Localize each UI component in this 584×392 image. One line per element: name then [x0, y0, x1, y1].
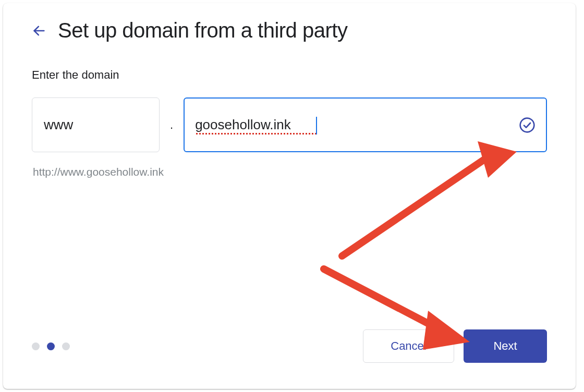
svg-line-5	[324, 269, 439, 329]
spellcheck-underline	[196, 133, 316, 134]
dialog-header: Set up domain from a third party	[32, 19, 547, 42]
progress-dot-2	[47, 342, 55, 350]
dot-separator: .	[170, 118, 173, 132]
dialog-footer: Cancel Next	[32, 329, 547, 363]
subdomain-input[interactable]	[32, 97, 160, 152]
progress-dot-3	[62, 342, 70, 350]
domain-field-label: Enter the domain	[32, 68, 547, 82]
annotation-arrow-1	[311, 136, 519, 266]
back-button[interactable]	[32, 23, 46, 38]
domain-input-wrapper[interactable]	[184, 97, 547, 152]
button-row: Cancel Next	[363, 329, 547, 363]
domain-input[interactable]	[195, 117, 514, 133]
svg-point-1	[520, 118, 534, 132]
domain-setup-dialog: Set up domain from a third party Enter t…	[3, 3, 576, 389]
cancel-button[interactable]: Cancel	[363, 329, 454, 363]
domain-preview-url: http://www.goosehollow.ink	[33, 166, 547, 178]
validation-check-icon	[519, 117, 536, 133]
domain-input-row: .	[32, 97, 547, 152]
text-cursor	[316, 117, 317, 134]
back-arrow-icon	[32, 23, 46, 38]
next-button[interactable]: Next	[464, 329, 547, 363]
progress-dot-1	[32, 342, 40, 350]
page-title: Set up domain from a third party	[58, 19, 347, 42]
progress-indicator	[32, 342, 70, 350]
